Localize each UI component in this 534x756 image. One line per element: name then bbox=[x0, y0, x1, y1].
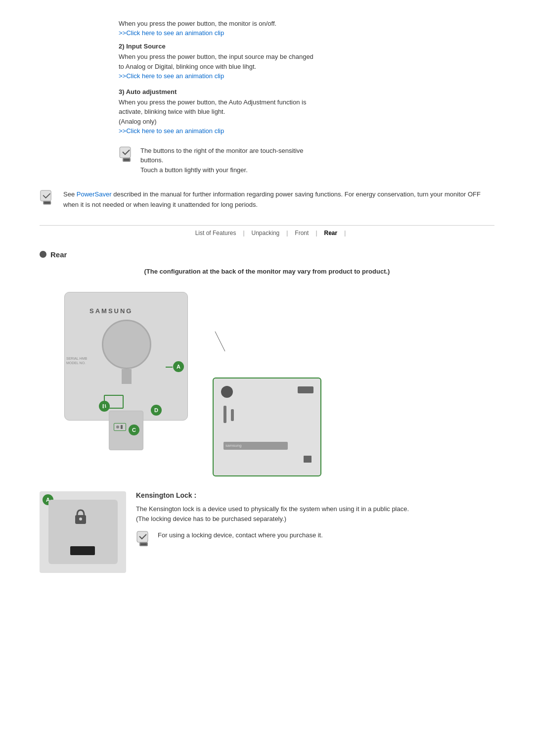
label-a-line bbox=[166, 367, 173, 368]
power-saver-section: See PowerSaver described in the manual f… bbox=[40, 189, 494, 210]
kensington-note-icon bbox=[136, 530, 153, 547]
monitor-image-area: SAMSUNG SERIAL HMBMODEL NO. A B C bbox=[59, 287, 494, 476]
svg-rect-0 bbox=[120, 147, 131, 158]
power-saver-icon bbox=[40, 189, 56, 206]
side-text: SERIAL HMBMODEL NO. bbox=[66, 356, 87, 365]
detail-slot1 bbox=[223, 406, 226, 423]
samsung-label: SAMSUNG bbox=[89, 307, 133, 315]
svg-rect-9 bbox=[137, 531, 148, 542]
svg-line-6 bbox=[215, 331, 225, 351]
kensington-black-rect bbox=[70, 546, 95, 555]
kensington-text: The Kensington lock is a device used to … bbox=[136, 504, 494, 525]
connector-svg bbox=[213, 327, 227, 376]
nav-bar: List of Features | Unpacking | Front | R… bbox=[40, 225, 494, 240]
label-a: A bbox=[173, 361, 184, 372]
touch-icon bbox=[119, 146, 135, 163]
label-d: D bbox=[151, 405, 162, 416]
touch-note-text: The buttons to the right of the monitor … bbox=[140, 146, 304, 175]
nav-rear[interactable]: Rear bbox=[317, 230, 345, 236]
detail-circle bbox=[221, 386, 233, 398]
input-source-body: When you press the power button, the inp… bbox=[119, 52, 494, 81]
nav-unpacking[interactable]: Unpacking bbox=[245, 230, 287, 236]
svg-point-8 bbox=[79, 518, 82, 520]
nav-front[interactable]: Front bbox=[288, 230, 315, 236]
svg-rect-2 bbox=[124, 159, 130, 161]
auto-adjustment-title: 3) Auto adjustment bbox=[119, 88, 494, 95]
kensington-section: A Kensington Lock : The Kensington l bbox=[40, 491, 494, 573]
svg-rect-11 bbox=[140, 543, 147, 545]
kensington-note-icon-svg bbox=[136, 530, 153, 547]
detail-zoom-container: samsung bbox=[213, 317, 321, 476]
nav-list-of-features[interactable]: List of Features bbox=[188, 230, 243, 236]
monitor-back-view: SAMSUNG SERIAL HMBMODEL NO. A B C bbox=[59, 287, 203, 450]
detail-rect bbox=[298, 386, 313, 393]
intro-text: When you press the power button, the mon… bbox=[119, 20, 494, 27]
lock-svg bbox=[73, 507, 88, 527]
detail-box: samsung bbox=[213, 378, 321, 476]
detail-slot2 bbox=[231, 409, 234, 421]
kensington-title: Kensington Lock : bbox=[136, 491, 494, 499]
power-saver-link[interactable]: PowerSaver bbox=[77, 190, 112, 198]
stand-connector bbox=[122, 369, 132, 384]
svg-rect-5 bbox=[44, 202, 50, 204]
input-source-section: 2) Input Source When you press the power… bbox=[119, 43, 494, 81]
page-container: When you press the power button, the mon… bbox=[0, 0, 534, 593]
kensington-note-text: For using a locking device, contact wher… bbox=[158, 530, 323, 540]
input-source-title: 2) Input Source bbox=[119, 43, 494, 50]
kensington-content: Kensington Lock : The Kensington lock is… bbox=[136, 491, 494, 548]
kensington-note: For using a locking device, contact wher… bbox=[136, 530, 494, 547]
auto-adjustment-body: When you press the power button, the Aut… bbox=[119, 97, 494, 136]
label-c-connector bbox=[114, 423, 126, 431]
rear-bullet bbox=[40, 251, 46, 258]
svg-rect-3 bbox=[41, 190, 51, 201]
lock-icon bbox=[73, 507, 88, 528]
label-b-box bbox=[104, 395, 124, 409]
power-saver-icon-svg bbox=[40, 189, 56, 206]
detail-bar2 bbox=[304, 456, 312, 463]
rear-title: Rear bbox=[50, 250, 67, 259]
auto-adjustment-link[interactable]: >>Click here to see an animation clip bbox=[119, 127, 224, 135]
label-c: C bbox=[129, 425, 139, 435]
auto-adjustment-section: 3) Auto adjustment When you press the po… bbox=[119, 88, 494, 136]
kensington-body bbox=[48, 500, 118, 564]
monitor-circle bbox=[102, 320, 151, 369]
touch-note-row: The buttons to the right of the monitor … bbox=[119, 146, 494, 175]
kensington-image: A bbox=[40, 491, 126, 573]
config-note: (The configuration at the back of the mo… bbox=[40, 268, 494, 275]
rear-section-header: Rear bbox=[40, 250, 494, 259]
input-source-link[interactable]: >>Click here to see an animation clip bbox=[119, 72, 224, 80]
touch-icon-svg bbox=[119, 146, 135, 163]
top-section: When you press the power button, the mon… bbox=[119, 20, 494, 136]
detail-bar: samsung bbox=[223, 442, 288, 450]
power-saver-text: See PowerSaver described in the manual f… bbox=[63, 189, 494, 210]
intro-link[interactable]: >>Click here to see an animation clip bbox=[119, 29, 224, 37]
